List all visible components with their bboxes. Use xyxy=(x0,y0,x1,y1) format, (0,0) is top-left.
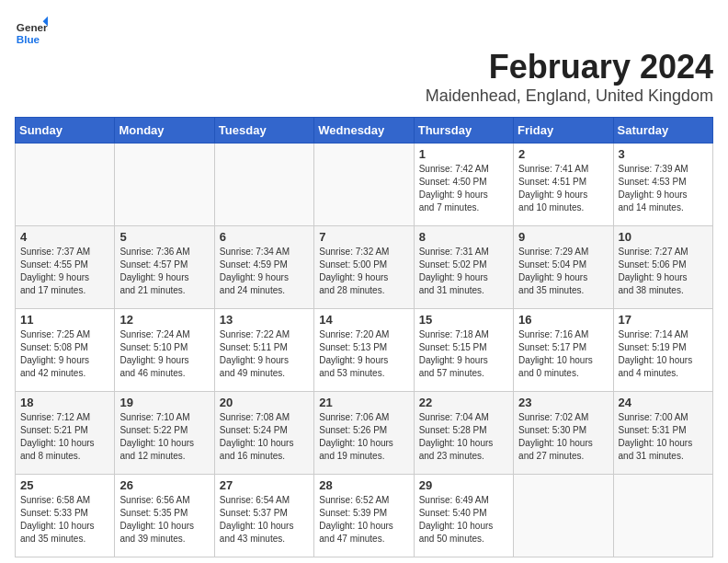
day-number: 22 xyxy=(419,396,508,409)
day-info: Sunrise: 7:14 AM Sunset: 5:19 PM Dayligh… xyxy=(619,328,708,380)
location-subtitle: Maidenhead, England, United Kingdom xyxy=(15,86,713,106)
day-info: Sunrise: 7:18 AM Sunset: 5:15 PM Dayligh… xyxy=(419,328,508,380)
day-number: 10 xyxy=(619,230,708,244)
logo: General Blue xyxy=(15,15,713,48)
calendar-cell xyxy=(115,144,214,226)
day-info: Sunrise: 7:27 AM Sunset: 5:06 PM Dayligh… xyxy=(619,246,708,297)
day-header-thursday: Thursday xyxy=(414,118,513,144)
day-number: 16 xyxy=(518,313,608,327)
day-number: 11 xyxy=(20,313,109,327)
calendar-cell: 22Sunrise: 7:04 AM Sunset: 5:28 PM Dayli… xyxy=(414,392,513,475)
calendar-cell: 16Sunrise: 7:16 AM Sunset: 5:17 PM Dayli… xyxy=(514,309,613,392)
top-area: General Blue February 2024 Maidenhead, E… xyxy=(15,15,713,109)
calendar-cell: 1Sunrise: 7:42 AM Sunset: 4:50 PM Daylig… xyxy=(414,144,513,226)
calendar-week-1: 1Sunrise: 7:42 AM Sunset: 4:50 PM Daylig… xyxy=(16,144,713,226)
calendar-cell: 23Sunrise: 7:02 AM Sunset: 5:30 PM Dayli… xyxy=(514,392,613,475)
day-info: Sunrise: 7:00 AM Sunset: 5:31 PM Dayligh… xyxy=(619,411,708,463)
calendar-cell: 28Sunrise: 6:52 AM Sunset: 5:39 PM Dayli… xyxy=(314,475,414,557)
calendar-cell: 19Sunrise: 7:10 AM Sunset: 5:22 PM Dayli… xyxy=(115,392,214,475)
calendar-week-3: 11Sunrise: 7:25 AM Sunset: 5:08 PM Dayli… xyxy=(16,309,713,392)
day-info: Sunrise: 7:32 AM Sunset: 5:00 PM Dayligh… xyxy=(319,246,408,297)
day-number: 9 xyxy=(518,230,608,244)
calendar-cell: 18Sunrise: 7:12 AM Sunset: 5:21 PM Dayli… xyxy=(16,392,115,475)
day-info: Sunrise: 7:02 AM Sunset: 5:30 PM Dayligh… xyxy=(518,411,608,463)
day-info: Sunrise: 7:20 AM Sunset: 5:13 PM Dayligh… xyxy=(319,328,408,380)
calendar-cell: 21Sunrise: 7:06 AM Sunset: 5:26 PM Dayli… xyxy=(314,392,414,475)
day-info: Sunrise: 6:58 AM Sunset: 5:33 PM Dayligh… xyxy=(20,494,109,546)
svg-text:Blue: Blue xyxy=(17,33,40,45)
calendar-cell: 12Sunrise: 7:24 AM Sunset: 5:10 PM Dayli… xyxy=(115,309,214,392)
day-number: 2 xyxy=(518,147,608,161)
month-year-title: February 2024 xyxy=(15,48,713,86)
day-info: Sunrise: 7:42 AM Sunset: 4:50 PM Dayligh… xyxy=(419,163,508,214)
calendar-cell: 5Sunrise: 7:36 AM Sunset: 4:57 PM Daylig… xyxy=(115,226,214,309)
day-info: Sunrise: 7:12 AM Sunset: 5:21 PM Dayligh… xyxy=(20,411,109,463)
day-number: 20 xyxy=(220,396,309,409)
calendar-table: SundayMondayTuesdayWednesdayThursdayFrid… xyxy=(15,117,713,557)
day-number: 17 xyxy=(619,313,708,327)
day-header-friday: Friday xyxy=(514,118,613,144)
day-info: Sunrise: 7:34 AM Sunset: 4:59 PM Dayligh… xyxy=(220,246,309,297)
svg-text:General: General xyxy=(17,21,48,33)
calendar-cell: 29Sunrise: 6:49 AM Sunset: 5:40 PM Dayli… xyxy=(414,475,513,557)
day-info: Sunrise: 7:22 AM Sunset: 5:11 PM Dayligh… xyxy=(220,328,309,380)
day-number: 8 xyxy=(419,230,508,244)
day-header-wednesday: Wednesday xyxy=(314,118,414,144)
day-header-saturday: Saturday xyxy=(613,118,712,144)
calendar-body: 1Sunrise: 7:42 AM Sunset: 4:50 PM Daylig… xyxy=(16,144,713,557)
day-info: Sunrise: 7:06 AM Sunset: 5:26 PM Dayligh… xyxy=(319,411,408,463)
day-number: 21 xyxy=(319,396,408,409)
day-number: 4 xyxy=(20,230,109,244)
day-number: 24 xyxy=(619,396,708,409)
day-info: Sunrise: 7:08 AM Sunset: 5:24 PM Dayligh… xyxy=(220,411,309,463)
day-number: 12 xyxy=(119,313,209,327)
day-info: Sunrise: 7:04 AM Sunset: 5:28 PM Dayligh… xyxy=(419,411,508,463)
day-info: Sunrise: 7:25 AM Sunset: 5:08 PM Dayligh… xyxy=(20,328,109,380)
logo-icon: General Blue xyxy=(15,15,48,48)
calendar-cell: 4Sunrise: 7:37 AM Sunset: 4:55 PM Daylig… xyxy=(16,226,115,309)
day-number: 14 xyxy=(319,313,408,327)
day-info: Sunrise: 6:52 AM Sunset: 5:39 PM Dayligh… xyxy=(319,494,408,546)
calendar-cell xyxy=(16,144,115,226)
day-info: Sunrise: 6:49 AM Sunset: 5:40 PM Dayligh… xyxy=(419,494,508,546)
day-info: Sunrise: 7:31 AM Sunset: 5:02 PM Dayligh… xyxy=(419,246,508,297)
day-header-sunday: Sunday xyxy=(16,118,115,144)
calendar-cell: 20Sunrise: 7:08 AM Sunset: 5:24 PM Dayli… xyxy=(214,392,313,475)
day-info: Sunrise: 7:29 AM Sunset: 5:04 PM Dayligh… xyxy=(518,246,608,297)
calendar-cell xyxy=(613,475,712,557)
day-info: Sunrise: 7:36 AM Sunset: 4:57 PM Dayligh… xyxy=(119,246,209,297)
calendar-cell: 2Sunrise: 7:41 AM Sunset: 4:51 PM Daylig… xyxy=(514,144,613,226)
calendar-cell: 7Sunrise: 7:32 AM Sunset: 5:00 PM Daylig… xyxy=(314,226,414,309)
calendar-cell: 8Sunrise: 7:31 AM Sunset: 5:02 PM Daylig… xyxy=(414,226,513,309)
day-number: 29 xyxy=(419,478,508,492)
day-number: 28 xyxy=(319,478,408,492)
day-info: Sunrise: 7:24 AM Sunset: 5:10 PM Dayligh… xyxy=(119,328,209,380)
day-header-monday: Monday xyxy=(115,118,214,144)
calendar-cell: 9Sunrise: 7:29 AM Sunset: 5:04 PM Daylig… xyxy=(514,226,613,309)
day-number: 19 xyxy=(119,396,209,409)
day-info: Sunrise: 7:39 AM Sunset: 4:53 PM Dayligh… xyxy=(619,163,708,214)
calendar-cell xyxy=(314,144,414,226)
calendar-cell: 15Sunrise: 7:18 AM Sunset: 5:15 PM Dayli… xyxy=(414,309,513,392)
day-number: 1 xyxy=(419,147,508,161)
day-number: 26 xyxy=(119,478,209,492)
calendar-header: February 2024 Maidenhead, England, Unite… xyxy=(15,48,713,106)
day-number: 3 xyxy=(619,147,708,161)
day-number: 15 xyxy=(419,313,508,327)
calendar-cell xyxy=(514,475,613,557)
day-number: 7 xyxy=(319,230,408,244)
calendar-cell: 25Sunrise: 6:58 AM Sunset: 5:33 PM Dayli… xyxy=(16,475,115,557)
day-number: 5 xyxy=(119,230,209,244)
day-header-tuesday: Tuesday xyxy=(214,118,313,144)
calendar-header-row: SundayMondayTuesdayWednesdayThursdayFrid… xyxy=(16,118,713,144)
day-info: Sunrise: 7:16 AM Sunset: 5:17 PM Dayligh… xyxy=(518,328,608,380)
calendar-cell: 17Sunrise: 7:14 AM Sunset: 5:19 PM Dayli… xyxy=(613,309,712,392)
day-number: 13 xyxy=(220,313,309,327)
calendar-cell: 6Sunrise: 7:34 AM Sunset: 4:59 PM Daylig… xyxy=(214,226,313,309)
calendar-cell: 10Sunrise: 7:27 AM Sunset: 5:06 PM Dayli… xyxy=(613,226,712,309)
calendar-week-5: 25Sunrise: 6:58 AM Sunset: 5:33 PM Dayli… xyxy=(16,475,713,557)
day-number: 18 xyxy=(20,396,109,409)
calendar-cell: 3Sunrise: 7:39 AM Sunset: 4:53 PM Daylig… xyxy=(613,144,712,226)
calendar-cell: 11Sunrise: 7:25 AM Sunset: 5:08 PM Dayli… xyxy=(16,309,115,392)
day-info: Sunrise: 6:56 AM Sunset: 5:35 PM Dayligh… xyxy=(119,494,209,546)
